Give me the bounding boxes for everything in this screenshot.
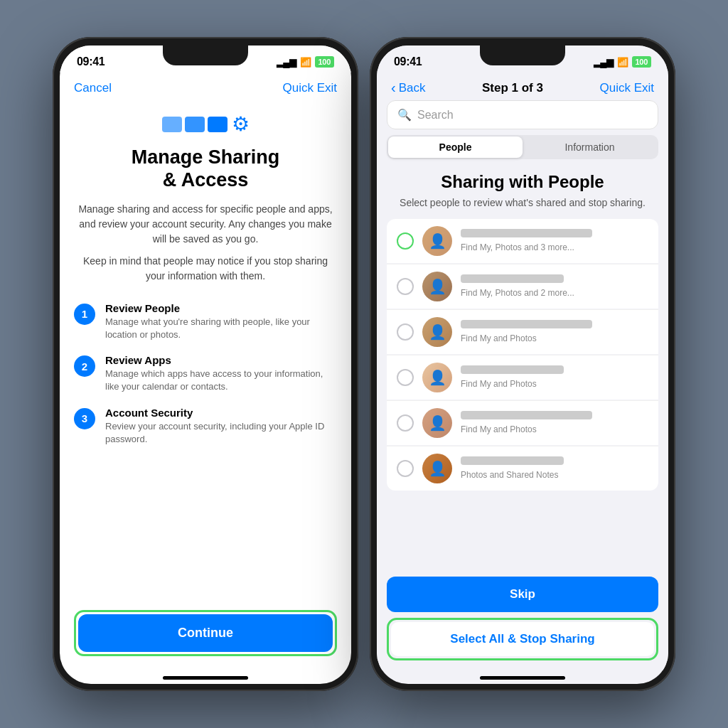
person-name-blur-5: [461, 411, 592, 419]
tab-information-label: Information: [564, 141, 614, 153]
hero-note: Keep in mind that people may notice if y…: [77, 254, 334, 284]
person-row-5[interactable]: 👤 Find My and Photos: [387, 400, 658, 445]
step-item-2: 2 Review Apps Manage which apps have acc…: [74, 354, 337, 393]
person-avatar-4: 👤: [422, 363, 452, 392]
select-all-border: Select All & Stop Sharing: [387, 618, 658, 660]
section-subtitle: Select people to review what's shared an…: [377, 196, 668, 219]
nav-bar-1: Cancel Quick Exit: [60, 73, 351, 101]
avatar-img-5: 👤: [422, 408, 452, 438]
bottom-section-1: Continue: [60, 601, 351, 670]
step-item-1: 1 Review People Manage what you're shari…: [74, 302, 337, 341]
hero-section: ⚙ Manage Sharing& Access Manage sharing …: [60, 101, 351, 302]
back-label: Back: [399, 81, 426, 95]
person-name-blur-1: [461, 229, 592, 237]
step-desc-3: Review your account security, including …: [105, 420, 337, 446]
segment-tabs: People Information: [387, 135, 658, 159]
cancel-button[interactable]: Cancel: [74, 81, 112, 95]
person-radio-5[interactable]: [397, 414, 414, 432]
share-bar-1: [162, 117, 182, 132]
quick-exit-button-1[interactable]: Quick Exit: [282, 81, 337, 95]
phone-1: 09:41 ▂▄▆ 📶 100 Cancel Quick Exit: [53, 37, 358, 691]
avatar-img-4: 👤: [422, 363, 452, 392]
avatar-img-1: 👤: [422, 226, 452, 256]
phone-2: 09:41 ▂▄▆ 📶 100 ‹ Back Step 1 of 3 Quick…: [370, 37, 675, 691]
tab-people[interactable]: People: [388, 136, 523, 158]
person-apps-4: Find My and Photos: [461, 379, 537, 389]
person-row-1[interactable]: 👤 Find My, Photos and 3 more...: [387, 219, 658, 263]
section-title: Sharing with People: [377, 169, 668, 196]
battery-icon-2: 100: [632, 56, 651, 68]
share-bars-icon: [162, 117, 228, 132]
person-radio-3[interactable]: [397, 323, 414, 341]
person-apps-2: Find My, Photos and 2 more...: [461, 288, 574, 298]
avatar-img-2: 👤: [422, 272, 452, 301]
person-info-2: Find My, Photos and 2 more...: [461, 274, 648, 299]
search-placeholder: Search: [417, 109, 454, 122]
person-apps-5: Find My and Photos: [461, 424, 537, 434]
step-num-3: 3: [74, 408, 95, 429]
person-apps-1: Find My, Photos and 3 more...: [461, 242, 574, 252]
person-avatar-3: 👤: [422, 317, 452, 347]
person-name-blur-6: [461, 456, 564, 465]
select-all-button[interactable]: Select All & Stop Sharing: [391, 622, 654, 656]
person-row-3[interactable]: 👤 Find My and Photos: [387, 309, 658, 354]
person-apps-3: Find My and Photos: [461, 333, 537, 343]
person-apps-6: Photos and Shared Notes: [461, 470, 558, 480]
status-icons-1: ▂▄▆ 📶 100: [277, 56, 334, 68]
search-bar[interactable]: 🔍 Search: [387, 100, 658, 129]
home-indicator-2: [480, 676, 565, 680]
step-text-1: Review People Manage what you're sharing…: [105, 302, 337, 341]
avatar-img-3: 👤: [422, 317, 452, 347]
status-time-1: 09:41: [77, 55, 105, 68]
person-row-2[interactable]: 👤 Find My, Photos and 2 more...: [387, 264, 658, 309]
step-title-2: Review Apps: [105, 354, 337, 366]
battery-icon-1: 100: [315, 56, 334, 68]
phones-container: 09:41 ▂▄▆ 📶 100 Cancel Quick Exit: [53, 37, 675, 691]
avatar-img-6: 👤: [422, 454, 452, 483]
person-radio-4[interactable]: [397, 369, 414, 386]
continue-button[interactable]: Continue: [78, 614, 333, 652]
bottom-buttons: Skip Select All & Stop Sharing: [377, 569, 668, 670]
wifi-icon-2: 📶: [617, 57, 628, 68]
signal-icon-1: ▂▄▆: [277, 57, 296, 68]
person-info-1: Find My, Photos and 3 more...: [461, 229, 648, 253]
hero-desc: Manage sharing and access for specific p…: [77, 202, 334, 247]
step-desc-2: Manage which apps have access to your in…: [105, 368, 337, 393]
gear-icon: ⚙: [232, 112, 250, 136]
person-name-blur-2: [461, 274, 564, 283]
person-row-4[interactable]: 👤 Find My and Photos: [387, 355, 658, 400]
tab-information[interactable]: Information: [523, 136, 657, 158]
step-desc-1: Manage what you're sharing with people, …: [105, 316, 337, 341]
step-item-3: 3 Account Security Review your account s…: [74, 407, 337, 446]
status-time-2: 09:41: [394, 55, 422, 68]
step-title-nav: Step 1 of 3: [482, 81, 543, 95]
person-info-4: Find My and Photos: [461, 365, 648, 390]
person-avatar-6: 👤: [422, 454, 452, 483]
person-radio-2[interactable]: [397, 278, 414, 295]
back-button[interactable]: ‹ Back: [391, 80, 425, 96]
steps-list: 1 Review People Manage what you're shari…: [60, 302, 351, 601]
signal-icon-2: ▂▄▆: [594, 57, 614, 68]
wifi-icon-1: 📶: [300, 57, 311, 68]
person-radio-1[interactable]: [397, 232, 414, 250]
person-avatar-2: 👤: [422, 272, 452, 301]
status-icons-2: ▂▄▆ 📶 100: [594, 56, 651, 68]
person-row-6[interactable]: 👤 Photos and Shared Notes: [387, 446, 658, 491]
continue-border: Continue: [74, 610, 337, 656]
step-title-1: Review People: [105, 302, 337, 314]
hero-title: Manage Sharing& Access: [132, 146, 280, 192]
quick-exit-button-2[interactable]: Quick Exit: [599, 81, 654, 95]
person-info-5: Find My and Photos: [461, 411, 648, 435]
step-text-3: Account Security Review your account sec…: [105, 407, 337, 446]
step-num-1: 1: [74, 304, 95, 325]
share-bar-3: [208, 117, 228, 132]
step-num-2: 2: [74, 355, 95, 377]
person-name-blur-4: [461, 365, 564, 374]
person-radio-6[interactable]: [397, 460, 414, 477]
person-info-6: Photos and Shared Notes: [461, 456, 648, 481]
step-title-3: Account Security: [105, 407, 337, 419]
skip-button[interactable]: Skip: [387, 577, 658, 612]
home-indicator-1: [163, 676, 248, 680]
nav-bar-2: ‹ Back Step 1 of 3 Quick Exit: [377, 73, 668, 100]
search-icon: 🔍: [397, 108, 412, 122]
